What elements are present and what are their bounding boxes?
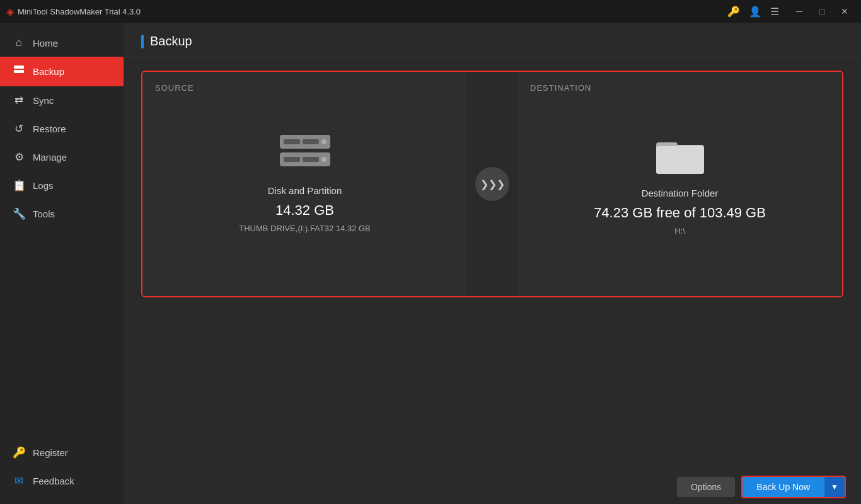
destination-free-space: 74.23 GB free of 103.49 GB <box>594 205 766 221</box>
nav-label-tools: Tools <box>33 209 55 219</box>
backup-icon <box>13 64 25 79</box>
nav-label-backup: Backup <box>33 66 64 77</box>
sidebar-item-feedback[interactable]: ✉ Feedback <box>0 467 124 495</box>
options-button[interactable]: Options <box>677 477 735 497</box>
backup-now-dropdown[interactable]: ▼ <box>824 477 845 497</box>
svg-rect-1 <box>14 70 24 73</box>
arrow-circle: ❯❯❯ <box>475 167 509 201</box>
source-size: 14.32 GB <box>275 202 334 219</box>
disk-indicator-1 <box>321 139 326 144</box>
manage-icon: ⚙ <box>13 151 25 164</box>
key-icon[interactable]: 🔑 <box>727 6 740 18</box>
disk-slot-1 <box>284 139 300 144</box>
close-button[interactable]: ✕ <box>835 3 855 20</box>
maximize-button[interactable]: □ <box>812 3 832 20</box>
folder-icon <box>655 132 705 176</box>
nav-label-logs: Logs <box>33 180 54 191</box>
app-title: MiniTool ShadowMaker Trial 4.3.0 <box>18 7 727 16</box>
title-icons: 🔑 👤 ☰ <box>727 6 779 18</box>
restore-icon: ↺ <box>13 122 25 135</box>
main-content: Backup SOURCE <box>124 23 861 504</box>
nav-label-manage: Manage <box>33 152 67 163</box>
disk-slot-2 <box>303 139 319 144</box>
sidebar-item-sync[interactable]: ⇄ Sync <box>0 86 124 115</box>
app-body: ⌂ Home Backup ⇄ Sync ↺ Restore ⚙ Manage … <box>0 23 861 504</box>
title-bar: ◈ MiniTool ShadowMaker Trial 4.3.0 🔑 👤 ☰… <box>0 0 861 23</box>
backup-now-button[interactable]: Back Up Now <box>743 477 824 497</box>
title-accent-bar <box>141 35 144 49</box>
source-type-label: Disk and Partition <box>268 185 342 196</box>
register-icon: 🔑 <box>13 446 25 459</box>
svg-rect-0 <box>14 66 24 69</box>
page-header: Backup <box>124 23 861 58</box>
app-icon: ◈ <box>6 6 14 18</box>
disk-row-top <box>280 135 330 149</box>
sidebar-item-tools[interactable]: 🔧 Tools <box>0 200 124 228</box>
sidebar-item-register[interactable]: 🔑 Register <box>0 438 124 467</box>
sidebar-item-backup[interactable]: Backup <box>0 57 124 86</box>
destination-panel[interactable]: DESTINATION Destination Folder 74.23 GB … <box>517 72 842 296</box>
disk-row-bottom <box>280 152 330 166</box>
destination-label: DESTINATION <box>530 83 591 93</box>
sidebar-spacer <box>0 228 124 438</box>
sidebar-bottom: 🔑 Register ✉ Feedback <box>0 438 124 504</box>
home-icon: ⌂ <box>13 37 25 49</box>
source-destination-container: SOURCE Disk and <box>141 71 843 297</box>
minimize-button[interactable]: ─ <box>789 3 809 20</box>
logs-icon: 📋 <box>13 179 25 192</box>
nav-label-restore: Restore <box>33 123 66 134</box>
tools-icon: 🔧 <box>13 207 25 220</box>
sidebar-item-home[interactable]: ⌂ Home <box>0 29 124 57</box>
backup-now-button-group: Back Up Now ▼ <box>741 476 846 498</box>
source-detail: THUMB DRIVE,(I:).FAT32 14.32 GB <box>239 224 371 233</box>
disk-icon <box>280 135 330 173</box>
arrow-divider: ❯❯❯ <box>467 72 517 296</box>
feedback-icon: ✉ <box>13 474 25 488</box>
disk-slot-4 <box>303 157 319 162</box>
sidebar-item-restore[interactable]: ↺ Restore <box>0 115 124 143</box>
disk-indicator-2 <box>321 157 326 162</box>
destination-type-label: Destination Folder <box>642 188 719 198</box>
source-label: SOURCE <box>155 83 194 93</box>
sidebar-item-logs[interactable]: 📋 Logs <box>0 171 124 200</box>
sidebar-item-manage[interactable]: ⚙ Manage <box>0 143 124 171</box>
menu-icon[interactable]: ☰ <box>770 6 779 18</box>
backup-area: SOURCE Disk and <box>124 58 861 469</box>
footer: Options Back Up Now ▼ <box>124 469 861 504</box>
nav-label-feedback: Feedback <box>33 476 74 486</box>
destination-path: H:\ <box>674 226 685 236</box>
sync-icon: ⇄ <box>13 94 25 107</box>
disk-slot-3 <box>284 157 300 162</box>
page-title: Backup <box>150 34 192 49</box>
svg-rect-4 <box>656 146 704 174</box>
window-controls: ─ □ ✕ <box>789 3 855 20</box>
user-icon[interactable]: 👤 <box>749 6 761 18</box>
source-panel[interactable]: SOURCE Disk and <box>142 72 467 296</box>
forward-arrows: ❯❯❯ <box>480 178 505 190</box>
nav-label-register: Register <box>33 447 68 458</box>
sidebar: ⌂ Home Backup ⇄ Sync ↺ Restore ⚙ Manage … <box>0 23 124 504</box>
nav-label-home: Home <box>33 38 58 49</box>
nav-label-sync: Sync <box>33 95 54 106</box>
